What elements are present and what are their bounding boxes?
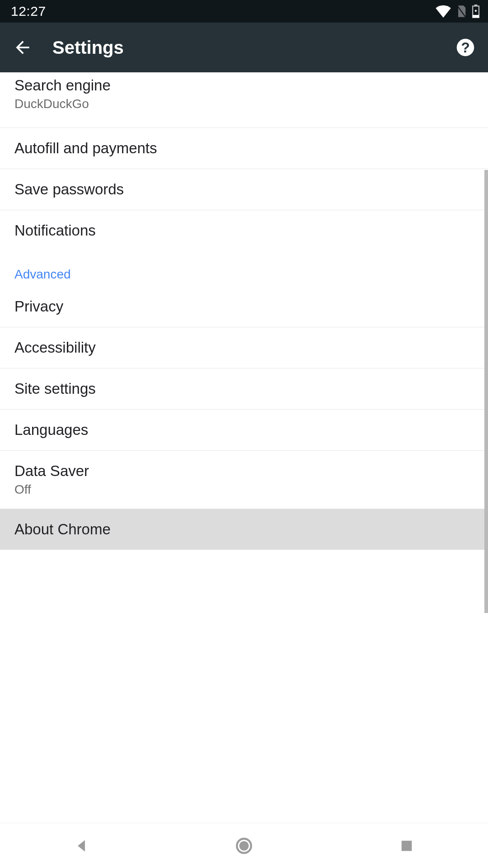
page-title: Settings — [52, 38, 436, 58]
battery-icon — [472, 5, 480, 18]
scrollbar-thumb[interactable] — [484, 170, 488, 613]
settings-item-notifications[interactable]: Notifications — [0, 210, 488, 251]
settings-item-title: About Chrome — [14, 521, 474, 538]
settings-item-privacy[interactable]: Privacy — [0, 286, 488, 327]
settings-item-title: Search engine — [14, 77, 474, 94]
settings-item-subtitle: Off — [14, 482, 474, 497]
triangle-back-icon — [73, 837, 90, 854]
nav-recent-button[interactable] — [389, 828, 425, 864]
circle-home-icon — [235, 836, 253, 855]
svg-rect-8 — [402, 840, 412, 851]
settings-item-title: Autofill and payments — [14, 140, 474, 157]
arrow-back-icon — [13, 38, 33, 57]
nav-back-button[interactable] — [63, 828, 99, 864]
status-bar: 12:27 — [0, 0, 488, 23]
status-icons — [436, 5, 480, 18]
nav-home-button[interactable] — [226, 828, 262, 864]
svg-rect-3 — [473, 15, 479, 18]
settings-item-save-passwords[interactable]: Save passwords — [0, 169, 488, 210]
settings-item-title: Accessibility — [14, 339, 474, 356]
settings-item-accessibility[interactable]: Accessibility — [0, 327, 488, 368]
settings-item-title: Site settings — [14, 380, 474, 397]
svg-point-7 — [239, 841, 249, 850]
settings-item-data-saver[interactable]: Data Saver Off — [0, 451, 488, 509]
help-icon: ? — [456, 38, 475, 57]
no-sim-icon — [455, 5, 467, 18]
settings-item-subtitle: DuckDuckGo — [14, 97, 474, 111]
settings-item-title: Privacy — [14, 298, 474, 315]
wifi-icon — [436, 5, 451, 18]
settings-item-title: Notifications — [14, 222, 474, 239]
help-button[interactable]: ? — [454, 36, 477, 59]
svg-text:?: ? — [461, 39, 469, 56]
back-button[interactable] — [11, 36, 34, 59]
settings-item-about-chrome[interactable]: About Chrome — [0, 509, 488, 550]
settings-item-search-engine[interactable]: Search engine DuckDuckGo — [0, 72, 488, 128]
settings-item-autofill[interactable]: Autofill and payments — [0, 128, 488, 169]
settings-item-languages[interactable]: Languages — [0, 410, 488, 451]
settings-item-title: Data Saver — [14, 462, 474, 480]
section-header-advanced: Advanced — [0, 251, 488, 286]
app-bar: Settings ? — [0, 23, 488, 72]
square-recent-icon — [399, 838, 414, 854]
settings-list[interactable]: Search engine DuckDuckGo Autofill and pa… — [0, 72, 488, 823]
status-time: 12:27 — [11, 4, 46, 19]
settings-item-title: Languages — [14, 421, 474, 439]
settings-item-site-settings[interactable]: Site settings — [0, 368, 488, 410]
settings-item-title: Save passwords — [14, 181, 474, 198]
system-nav-bar — [0, 823, 488, 868]
